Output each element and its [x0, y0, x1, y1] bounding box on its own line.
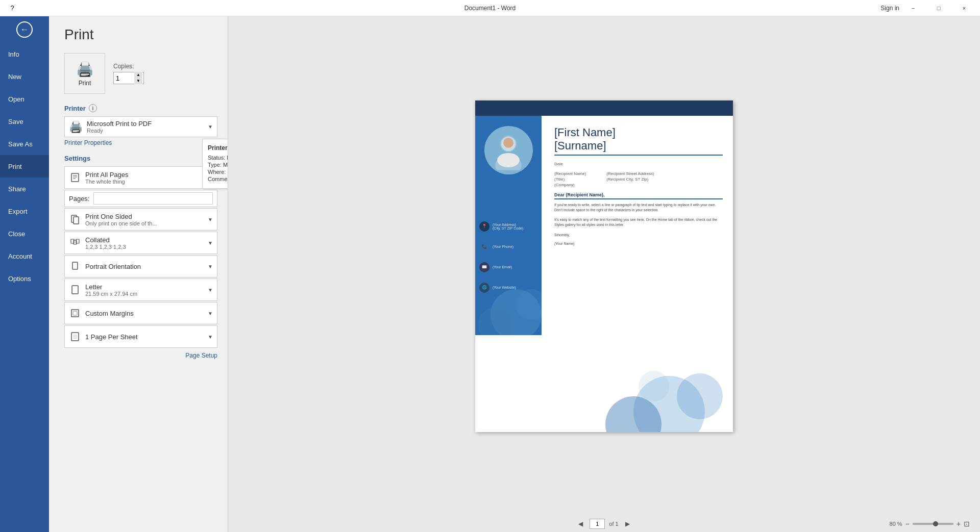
doc-recipient-right: (Recipient Street Address) (Recipient Ci… [606, 171, 654, 187]
printer-select[interactable]: 🖨️ Microsoft Print to PDF Ready ▼ [64, 116, 217, 137]
svg-rect-5 [74, 217, 79, 224]
printer-properties-link[interactable]: Printer Properties [64, 139, 217, 146]
doc-recipient-left: (Recipient Name) (Title) (Company) [554, 171, 586, 187]
sidebar-item-open[interactable]: Open [0, 88, 49, 110]
sidebar-item-account[interactable]: Account [0, 245, 49, 267]
recipient-name: (Recipient Name) [554, 171, 586, 176]
setting-sided[interactable]: Print One Sided Only print on one side o… [64, 208, 217, 231]
sidebar-item-save[interactable]: Save [0, 110, 49, 133]
zoom-fit-button[interactable]: ⊡ [964, 520, 970, 528]
zoom-percent: 80 % [890, 521, 902, 527]
setting-margins-text: Custom Margins [85, 310, 204, 317]
tooltip-type: Type: Microsoft Print To PDF [208, 162, 228, 168]
page-setup-link[interactable]: Page Setup [64, 352, 217, 359]
setting-orientation[interactable]: Portrait Orientation ▼ [64, 255, 217, 277]
pagespersheet-icon [69, 331, 81, 343]
print-area: 🖨️ Print Copies: 1 ▲ ▼ [64, 53, 217, 94]
printer-info: Microsoft Print to PDF Ready [87, 120, 204, 134]
setting-orientation-main: Portrait Orientation [85, 263, 204, 270]
pages-row: Pages: [64, 190, 217, 207]
setting-pagespersheet[interactable]: 1 Page Per Sheet ▼ [64, 325, 217, 348]
sidebar-item-saveas[interactable]: Save As [0, 133, 49, 155]
title-bar: ? Document1 - Word Sign in − □ × [0, 0, 980, 16]
pagespersheet-dropdown-icon: ▼ [208, 334, 213, 340]
tooltip-status: Status: Ready [208, 155, 228, 161]
setting-sided-text: Print One Sided Only print on one side o… [85, 213, 204, 226]
recipient-city: (Recipient City, ST Zip) [606, 177, 654, 182]
svg-point-27 [677, 373, 723, 419]
copies-spinners: ▲ ▼ [134, 72, 142, 84]
zoom-minus-button[interactable]: − [905, 520, 910, 528]
doc-salutation: Dear (Recipient Name), [554, 192, 723, 199]
svg-rect-12 [73, 311, 77, 315]
page-title: Print [64, 27, 217, 43]
zoom-plus-button[interactable]: + [957, 520, 961, 528]
recipient-title: (Title) [554, 177, 586, 182]
collation-icon [69, 237, 81, 249]
setting-paper[interactable]: Letter 21.59 cm x 27.94 cm ▼ [64, 278, 217, 301]
svg-rect-9 [72, 262, 78, 269]
setting-margins[interactable]: Custom Margins ▼ [64, 302, 217, 324]
close-button[interactable]: × [952, 0, 976, 16]
back-icon: ← [16, 21, 33, 38]
svg-rect-10 [72, 286, 78, 294]
help-button[interactable]: ? [4, 0, 20, 16]
printer-info-icon[interactable]: i [89, 104, 97, 112]
setting-paper-sub: 21.59 cm x 27.94 cm [85, 291, 204, 297]
print-button[interactable]: 🖨️ Print [64, 53, 105, 94]
restore-button[interactable]: □ [927, 0, 950, 16]
next-page-button[interactable]: ▶ [623, 519, 633, 529]
copies-label: Copies: [113, 63, 144, 70]
app-body: ← Info New Open Save Save As Print Share… [0, 16, 980, 532]
sidebar-item-close[interactable]: Close [0, 222, 49, 245]
orientation-dropdown-icon: ▼ [208, 264, 213, 269]
print-btn-label: Print [79, 80, 91, 87]
sidebar-item-print[interactable]: Print [0, 155, 49, 178]
sided-dropdown-icon: ▼ [208, 217, 213, 222]
svg-point-20 [503, 138, 513, 148]
minimize-button[interactable]: − [901, 0, 925, 16]
setting-paper-text: Letter 21.59 cm x 27.94 cm [85, 283, 204, 297]
pages-label: Pages: [69, 195, 89, 202]
doc-body-2: It's easy to match any of the text forma… [554, 217, 723, 228]
svg-rect-11 [71, 310, 79, 317]
setting-sided-sub: Only print on one side of th... [85, 220, 204, 226]
sidebar-item-share[interactable]: Share [0, 178, 49, 200]
paper-icon [69, 284, 81, 296]
doc-decorative-svg [475, 233, 542, 335]
sidebar-item-export[interactable]: Export [0, 200, 49, 222]
doc-your-name: (Your Name) [554, 242, 723, 245]
pages-input[interactable] [93, 192, 213, 205]
recipient-company: (Company) [554, 183, 586, 187]
margins-icon [69, 307, 81, 319]
printer-status: Ready [87, 128, 204, 134]
address-icon: 📍 [479, 221, 489, 232]
setting-collation[interactable]: Collated 1,2,3 1,2,3 1,2,3 ▼ [64, 232, 217, 254]
copies-input[interactable]: 1 [114, 72, 134, 84]
zoom-slider[interactable] [913, 523, 953, 525]
prev-page-button[interactable]: ◀ [575, 519, 585, 529]
printer-dropdown-icon: ▼ [208, 124, 213, 130]
margins-dropdown-icon: ▼ [208, 311, 213, 316]
zoom-bar: 80 % − + ⊡ [890, 520, 970, 528]
doc-sincerely: Sincerely, [554, 233, 723, 237]
sidebar-item-new[interactable]: New [0, 65, 49, 88]
sidebar-item-options[interactable]: Options [0, 267, 49, 290]
settings-section-title: Settings [64, 155, 217, 162]
printer-name: Microsoft Print to PDF [87, 120, 204, 128]
setting-print-pages[interactable]: Print All Pages The whole thing ▼ [64, 166, 217, 189]
contact-address-line1: (Your Address) [493, 223, 523, 226]
sided-icon [69, 213, 81, 225]
sign-in-link[interactable]: Sign in [880, 5, 899, 12]
sidebar-item-info[interactable]: Info [0, 43, 49, 65]
setting-pagespersheet-main: 1 Page Per Sheet [85, 333, 204, 341]
copies-up-button[interactable]: ▲ [134, 72, 142, 78]
copies-area: Copies: 1 ▲ ▼ [113, 63, 144, 84]
back-button[interactable]: ← [0, 16, 49, 43]
setting-pages-main: Print All Pages [85, 171, 204, 179]
setting-orientation-text: Portrait Orientation [85, 263, 204, 270]
copies-down-button[interactable]: ▼ [134, 78, 142, 84]
preview-area: 📍 (Your Address) (City, ST ZIP Code) 📞 (… [228, 16, 980, 532]
pages-icon [69, 171, 81, 184]
current-page-input[interactable]: 1 [590, 519, 605, 529]
